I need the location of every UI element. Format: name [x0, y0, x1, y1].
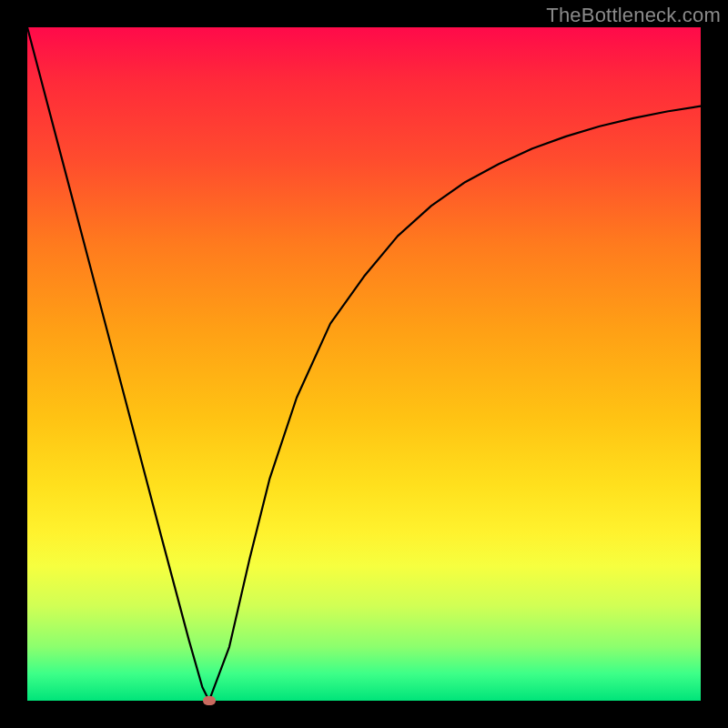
- curve-svg: [27, 27, 701, 701]
- chart-frame: TheBottleneck.com: [0, 0, 728, 728]
- curve-path: [27, 27, 701, 701]
- plot-area: [27, 27, 701, 701]
- watermark-text: TheBottleneck.com: [546, 4, 721, 27]
- min-marker: [203, 696, 216, 705]
